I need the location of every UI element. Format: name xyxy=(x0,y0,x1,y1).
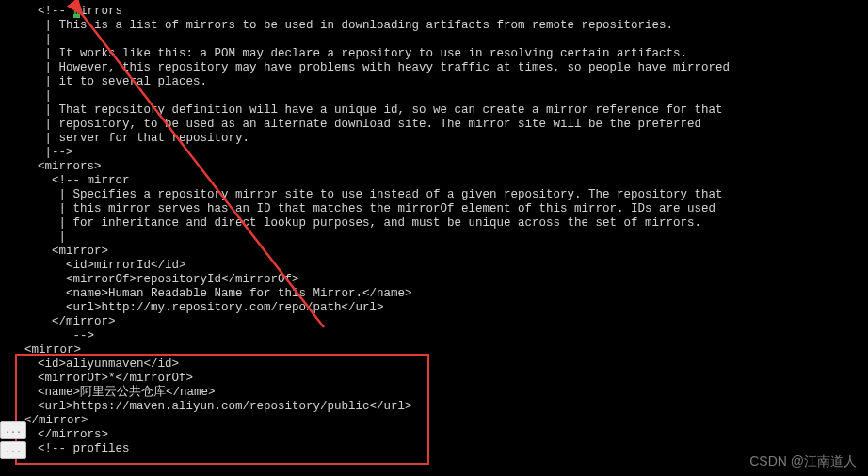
code-line: <mirrors> xyxy=(0,160,868,174)
watermark-text: CSDN @江南道人 xyxy=(749,454,857,468)
code-line: <!-- mirrors xyxy=(0,5,868,19)
code-line-highlighted: <name>阿里云公共仓库</name> xyxy=(0,386,868,400)
code-line: | That repository definition will have a… xyxy=(0,103,868,118)
code-line: <mirrorOf>repositoryId</mirrorOf> xyxy=(0,273,868,287)
code-line: <!-- mirror xyxy=(0,174,868,188)
code-line: </mirrors> xyxy=(0,428,868,442)
code-line: | xyxy=(0,89,868,103)
code-line: </mirror> xyxy=(0,315,868,329)
terminal-editor[interactable]: <!-- mirrors | This is a list of mirrors… xyxy=(0,0,868,476)
code-line: | server for that repository. xyxy=(0,132,868,146)
code-line: | xyxy=(0,230,868,245)
code-line: <!-- profiles xyxy=(0,442,868,456)
code-line-highlighted: <mirror> xyxy=(0,343,868,357)
cursor-char: m xyxy=(73,5,81,18)
code-line: | This is a list of mirrors to be used i… xyxy=(0,19,868,33)
code-line: <name>Human Readable Name for this Mirro… xyxy=(0,287,868,301)
code-line: |--> xyxy=(0,146,868,160)
code-line: <id>mirrorId</id> xyxy=(0,259,868,273)
code-line: | it to several places. xyxy=(0,75,868,89)
gutter-dots-button[interactable]: ... xyxy=(0,441,26,459)
code-line: | However, this repository may have prob… xyxy=(0,61,868,75)
code-line: <mirror> xyxy=(0,245,868,259)
code-line: | xyxy=(0,33,868,47)
code-line: | Specifies a repository mirror site to … xyxy=(0,188,868,202)
code-line-highlighted: <mirrorOf>*</mirrorOf> xyxy=(0,372,868,386)
code-line: | It works like this: a POM may declare … xyxy=(0,47,868,61)
code-line: --> xyxy=(0,329,868,343)
code-line-highlighted: </mirror> xyxy=(0,414,868,428)
code-line: <url>http://my.repository.com/repo/path<… xyxy=(0,301,868,315)
gutter-controls: ... ... xyxy=(0,421,26,459)
gutter-dots-button[interactable]: ... xyxy=(0,421,26,439)
code-line: | for inheritance and direct lookup purp… xyxy=(0,216,868,230)
code-line-highlighted: <url>https://maven.aliyun.com/repository… xyxy=(0,400,868,414)
code-line-highlighted: <id>aliyunmaven</id> xyxy=(0,357,868,372)
code-line: | repository, to be used as an alternate… xyxy=(0,118,868,132)
code-line: | this mirror serves has an ID that matc… xyxy=(0,202,868,216)
